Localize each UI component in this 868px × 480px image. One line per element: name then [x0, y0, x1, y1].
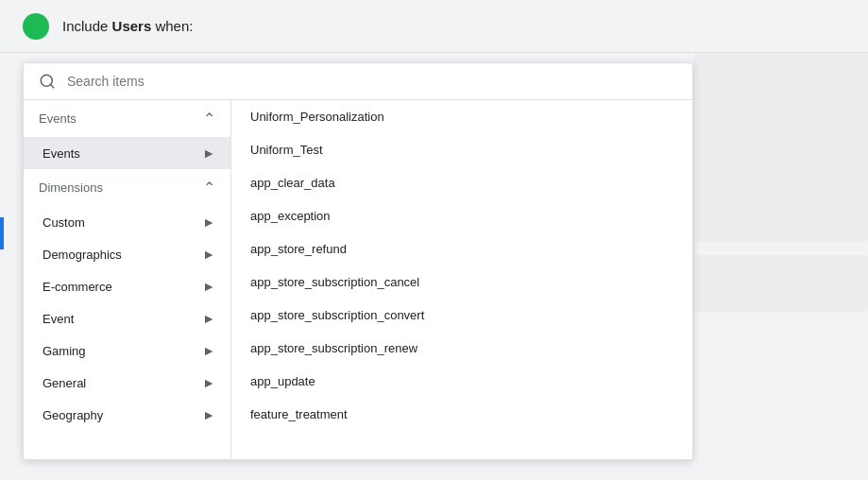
dropdown-body: Events ⌃ Events ► Dimensions ⌃ Custom ►: [24, 100, 692, 459]
menu-item-event[interactable]: Event ►: [24, 302, 230, 334]
menu-item-demographics[interactable]: Demographics ►: [24, 238, 230, 270]
arrow-right-icon-geography: ►: [202, 407, 215, 422]
arrow-right-icon-custom: ►: [202, 214, 215, 230]
menu-item-geography-label: Geography: [43, 408, 103, 422]
left-panel: Events ⌃ Events ► Dimensions ⌃ Custom ►: [24, 100, 231, 459]
search-icon: [39, 73, 56, 90]
bg-panel-right: [693, 53, 868, 242]
menu-item-general-label: General: [43, 376, 86, 390]
right-panel-item[interactable]: Uniform_Test: [231, 133, 692, 166]
right-panel-item[interactable]: app_clear_data: [231, 166, 692, 199]
arrow-right-icon: ►: [202, 146, 215, 161]
menu-item-geography[interactable]: Geography ►: [24, 399, 230, 431]
menu-item-gaming-label: Gaming: [43, 344, 86, 358]
menu-item-event-label: Event: [43, 312, 74, 326]
menu-item-general[interactable]: General ►: [24, 367, 230, 399]
menu-item-custom[interactable]: Custom ►: [24, 206, 230, 238]
section-dimensions-label: Dimensions: [39, 180, 103, 195]
green-dot-icon: [23, 13, 49, 40]
menu-item-ecommerce[interactable]: E-commerce ►: [24, 270, 230, 302]
menu-item-ecommerce-label: E-commerce: [43, 280, 112, 294]
right-panel-item[interactable]: app_store_subscription_cancel: [231, 266, 692, 299]
arrow-right-icon-event: ►: [202, 311, 215, 326]
arrow-right-icon-general: ►: [202, 375, 215, 390]
search-bar: [24, 63, 692, 100]
right-panel: Uniform_PersonalizationUniform_Testapp_c…: [231, 100, 692, 459]
header-bar: Include Users when:: [0, 0, 868, 53]
menu-item-events[interactable]: Events ►: [24, 137, 230, 169]
section-header-dimensions[interactable]: Dimensions ⌃: [24, 169, 230, 206]
search-input[interactable]: [67, 74, 677, 89]
right-panel-item[interactable]: app_exception: [231, 199, 692, 232]
left-accent-bar: [0, 217, 4, 249]
svg-line-1: [50, 84, 53, 87]
menu-item-events-label: Events: [43, 146, 80, 161]
page-background: Include Users when: Events ⌃: [0, 0, 868, 480]
menu-item-custom-label: Custom: [43, 215, 85, 230]
bg-panel-right2: [693, 255, 868, 312]
section-header-events[interactable]: Events ⌃: [24, 100, 230, 137]
menu-item-demographics-label: Demographics: [43, 248, 122, 262]
arrow-right-icon-ecommerce: ►: [202, 279, 215, 294]
right-panel-item[interactable]: app_update: [231, 365, 692, 398]
header-bold: Users: [112, 18, 152, 34]
right-panel-item[interactable]: feature_treatment: [231, 398, 692, 431]
section-events-label: Events: [39, 111, 77, 126]
dropdown-container: Events ⌃ Events ► Dimensions ⌃ Custom ►: [23, 62, 693, 460]
header-text: Include Users when:: [62, 18, 193, 34]
menu-item-gaming[interactable]: Gaming ►: [24, 334, 230, 367]
arrow-right-icon-demographics: ►: [202, 247, 215, 262]
right-panel-item[interactable]: app_store_subscription_renew: [231, 332, 692, 365]
right-panel-item[interactable]: app_store_refund: [231, 232, 692, 266]
right-panel-item[interactable]: app_store_subscription_convert: [231, 299, 692, 332]
arrow-right-icon-gaming: ►: [202, 343, 215, 358]
chevron-up-icon: ⌃: [203, 110, 215, 128]
right-panel-item[interactable]: Uniform_Personalization: [231, 100, 692, 133]
chevron-up-icon-2: ⌃: [203, 179, 215, 197]
